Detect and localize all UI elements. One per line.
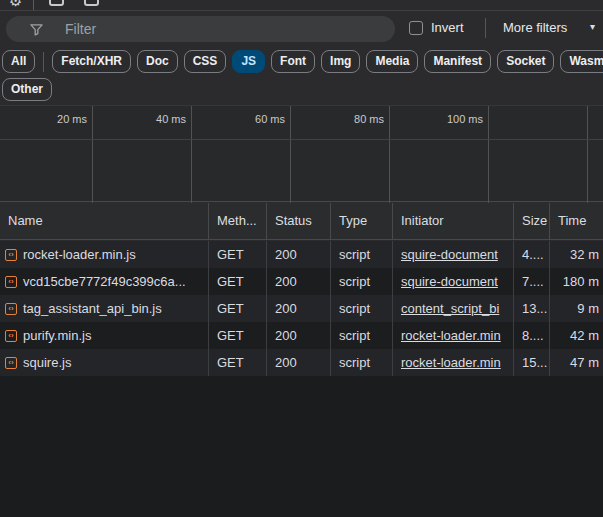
invert-checkbox[interactable]: [409, 21, 423, 35]
column-header-type[interactable]: Type: [330, 203, 392, 239]
chip-css[interactable]: CSS: [184, 50, 227, 73]
initiator-link[interactable]: squire-document: [401, 274, 498, 289]
chip-wasm[interactable]: Wasm: [560, 50, 603, 73]
gridline: [290, 106, 291, 203]
request-name: vcd15cbe7772f49c399c6a...: [23, 268, 186, 295]
request-size: 15...: [513, 349, 549, 376]
request-method: GET: [208, 241, 266, 268]
ruler-tick: 20 ms: [17, 113, 87, 125]
request-status: 200: [266, 295, 330, 322]
table-row[interactable]: ‹›tag_assistant_api_bin.js GET 200 scrip…: [0, 295, 603, 322]
ruler-tick: 80 ms: [314, 113, 384, 125]
gridline: [92, 106, 93, 203]
chip-other[interactable]: Other: [2, 78, 52, 101]
request-size: 8....: [513, 322, 549, 349]
initiator-link[interactable]: rocket-loader.min: [401, 328, 501, 343]
chevron-down-icon[interactable]: ▾: [590, 21, 595, 32]
gridline: [587, 106, 588, 203]
request-status: 200: [266, 268, 330, 295]
chip-media[interactable]: Media: [366, 50, 418, 73]
toolbar-divider: [485, 18, 486, 38]
chip-img[interactable]: Img: [321, 50, 360, 73]
request-time: 32 m: [549, 241, 603, 268]
request-time: 9 m: [549, 295, 603, 322]
ruler-divider: [0, 139, 603, 140]
column-header-status[interactable]: Status: [266, 203, 330, 239]
ruler-tick: 60 ms: [215, 113, 285, 125]
top-toolbar-strip: ⚙: [0, 0, 603, 11]
request-method: GET: [208, 349, 266, 376]
request-time: 42 m: [549, 322, 603, 349]
ruler-tick: 100 ms: [413, 113, 483, 125]
request-name: purify.min.js: [23, 322, 91, 349]
import-har-icon[interactable]: [49, 0, 64, 6]
ruler-tick: 40 ms: [116, 113, 186, 125]
gear-icon[interactable]: ⚙: [9, 0, 22, 10]
invert-label: Invert: [431, 20, 464, 35]
network-overview-timeline[interactable]: 20 ms 40 ms 60 ms 80 ms 100 ms: [0, 105, 603, 202]
table-row[interactable]: ‹›rocket-loader.min.js GET 200 script sq…: [0, 241, 603, 268]
chip-doc[interactable]: Doc: [137, 50, 178, 73]
request-time: 47 m: [549, 349, 603, 376]
requests-table-header: Name Meth... Status Type Initiator Size …: [0, 203, 603, 240]
export-har-icon[interactable]: [84, 0, 99, 6]
gridline: [488, 106, 489, 203]
request-method: GET: [208, 322, 266, 349]
initiator-link[interactable]: content_script_bi: [401, 301, 499, 316]
request-name: tag_assistant_api_bin.js: [23, 295, 162, 322]
request-type: script: [330, 268, 392, 295]
request-method: GET: [208, 268, 266, 295]
filter-toolbar: Filter Invert More filters ▾: [0, 12, 603, 45]
request-type: script: [330, 295, 392, 322]
script-file-icon: ‹›: [5, 249, 17, 261]
request-status: 200: [266, 349, 330, 376]
request-type: script: [330, 349, 392, 376]
table-row[interactable]: ‹›purify.min.js GET 200 script rocket-lo…: [0, 322, 603, 349]
column-header-name[interactable]: Name: [0, 203, 208, 239]
filter-placeholder: Filter: [65, 21, 96, 37]
column-header-initiator[interactable]: Initiator: [392, 203, 513, 239]
filter-input[interactable]: Filter: [6, 16, 395, 42]
toolbar-divider: [33, 0, 34, 10]
column-header-method[interactable]: Meth...: [208, 203, 266, 239]
initiator-link[interactable]: squire-document: [401, 247, 498, 262]
request-size: 7....: [513, 268, 549, 295]
table-row[interactable]: ‹›squire.js GET 200 script rocket-loader…: [0, 349, 603, 376]
column-header-time[interactable]: Time: [549, 203, 603, 239]
request-time: 180 m: [549, 268, 603, 295]
request-size: 13...: [513, 295, 549, 322]
initiator-link[interactable]: rocket-loader.min: [401, 355, 501, 370]
script-file-icon: ‹›: [5, 330, 17, 342]
chip-js-selected[interactable]: JS: [232, 50, 265, 73]
chip-socket[interactable]: Socket: [497, 50, 554, 73]
request-status: 200: [266, 322, 330, 349]
requests-table-body: ‹›rocket-loader.min.js GET 200 script sq…: [0, 241, 603, 517]
request-method: GET: [208, 295, 266, 322]
chip-fetch-xhr[interactable]: Fetch/XHR: [52, 50, 131, 73]
request-type: script: [330, 322, 392, 349]
resource-type-filter-bar: All Fetch/XHR Doc CSS JS Font Img Media …: [0, 45, 603, 105]
script-file-icon: ‹›: [5, 303, 17, 315]
request-size: 4....: [513, 241, 549, 268]
funnel-filter-icon: [30, 23, 43, 36]
table-row[interactable]: ‹›vcd15cbe7772f49c399c6a... GET 200 scri…: [0, 268, 603, 295]
chip-divider: [43, 52, 44, 72]
column-header-size[interactable]: Size: [513, 203, 549, 239]
request-name: squire.js: [23, 349, 71, 376]
chip-font[interactable]: Font: [271, 50, 315, 73]
request-type: script: [330, 241, 392, 268]
gridline: [191, 106, 192, 203]
gridline: [389, 106, 390, 203]
more-filters-button[interactable]: More filters: [503, 20, 567, 35]
script-file-icon: ‹›: [5, 276, 17, 288]
request-status: 200: [266, 241, 330, 268]
chip-all[interactable]: All: [2, 50, 35, 73]
script-file-icon: ‹›: [5, 357, 17, 369]
chip-manifest[interactable]: Manifest: [424, 50, 491, 73]
request-name: rocket-loader.min.js: [23, 241, 136, 268]
